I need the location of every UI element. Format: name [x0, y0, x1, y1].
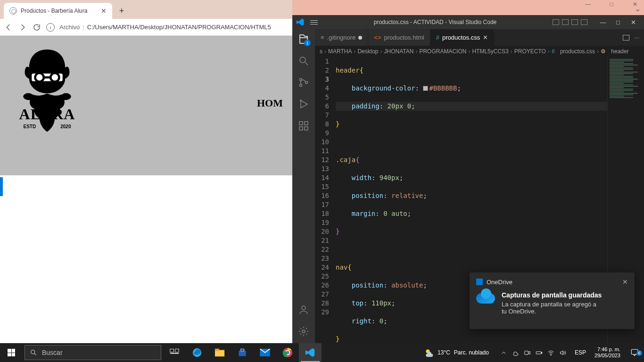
logo-estd: ESTD: [24, 124, 36, 129]
volume-icon[interactable]: [559, 349, 566, 356]
search-icon[interactable]: [297, 55, 310, 67]
account-icon[interactable]: [297, 304, 310, 316]
vscode-maximize-button[interactable]: □: [611, 17, 625, 27]
svg-rect-16: [170, 349, 174, 353]
chrome-tab-active[interactable]: Productos - Barbería Alura ✕: [4, 3, 112, 19]
toast-body-line1: La captura de pantalla se agregó a: [502, 301, 602, 308]
url-scheme-label: Archivo: [59, 24, 80, 31]
svg-point-6: [300, 84, 302, 87]
line-gutter: 12345 678910 1112131415 1617181920 21222…: [315, 57, 336, 343]
chevron-up-icon[interactable]: [500, 349, 507, 356]
vscode-titlebar: productos.css - ACTIVIDAD - Visual Studi…: [292, 15, 644, 29]
svg-rect-20: [215, 350, 224, 357]
system-tray[interactable]: [495, 349, 571, 356]
clock-date: 29/05/2023: [594, 353, 620, 359]
breadcrumb[interactable]: s› MARTHA› Desktop› JHONATAN› PROGRAMACI…: [315, 46, 644, 57]
toast-title: Capturas de pantalla guardadas: [502, 291, 602, 299]
file-explorer-icon[interactable]: [208, 343, 231, 362]
chrome-collapse-chevron-icon[interactable]: ⌄: [633, 4, 642, 13]
svg-point-14: [302, 330, 305, 333]
windows-logo-icon: [8, 349, 15, 356]
minimize-button[interactable]: —: [581, 1, 595, 8]
settings-gear-icon[interactable]: [297, 325, 310, 337]
svg-rect-21: [215, 349, 219, 351]
svg-rect-9: [299, 122, 303, 125]
weather-widget[interactable]: 13°C Parc. nublado: [418, 348, 495, 357]
page-header: ALURA ESTD 2020 HOM: [0, 36, 292, 175]
toast-close-icon[interactable]: ✕: [622, 278, 628, 286]
html-file-icon: <>: [374, 34, 381, 41]
logo-year: 2020: [60, 124, 71, 129]
svg-rect-29: [525, 351, 528, 354]
split-editor-icon[interactable]: [623, 35, 629, 41]
css-file-icon: #: [436, 34, 439, 41]
cloud-icon: [476, 291, 495, 304]
close-tab-icon[interactable]: ✕: [483, 34, 488, 41]
start-button[interactable]: [0, 343, 23, 362]
svg-rect-11: [299, 127, 303, 130]
action-center-icon[interactable]: 6: [625, 348, 644, 357]
taskbar-clock[interactable]: 7:46 p. m. 29/05/2023: [590, 346, 625, 359]
tab-productos-css[interactable]: # productos.css ✕: [430, 29, 494, 46]
maximize-button[interactable]: □: [604, 1, 619, 8]
nav-home-link[interactable]: HOM: [257, 97, 283, 109]
forward-button[interactable]: [18, 23, 27, 32]
page-viewport: ALURA ESTD 2020 HOM: [0, 36, 292, 343]
task-view-icon[interactable]: [163, 343, 186, 362]
language-indicator[interactable]: ESP: [571, 349, 590, 356]
chrome-toolbar: i Archivo | C:/Users/MARTHA/Desktop/JHON…: [0, 19, 292, 36]
chrome-taskbar-icon[interactable]: [276, 343, 299, 362]
edge-icon[interactable]: [186, 343, 208, 362]
battery-icon[interactable]: [536, 349, 543, 356]
barberia-logo: [9, 45, 85, 140]
mail-icon[interactable]: [254, 343, 276, 362]
edge-tab-indicator: [0, 177, 3, 196]
svg-point-13: [302, 306, 305, 310]
svg-rect-10: [305, 122, 308, 125]
onedrive-tray-icon[interactable]: [512, 349, 519, 356]
back-button[interactable]: [4, 23, 13, 32]
onedrive-icon: [476, 279, 483, 285]
more-actions-icon[interactable]: ···: [634, 34, 639, 41]
onedrive-toast[interactable]: OneDrive ✕ Capturas de pantalla guardada…: [470, 272, 635, 329]
store-icon[interactable]: [231, 343, 254, 362]
vscode-title: productos.css - ACTIVIDAD - Visual Studi…: [323, 19, 547, 25]
svg-point-32: [551, 354, 551, 355]
svg-rect-22: [239, 351, 246, 356]
logo-brand-text: ALURA: [9, 106, 85, 123]
svg-point-5: [300, 79, 302, 81]
unsaved-dot-icon: [358, 36, 362, 40]
new-tab-button[interactable]: +: [115, 4, 128, 17]
explorer-badge: 1: [304, 40, 311, 46]
settings-file-icon: ≡: [321, 34, 324, 41]
weather-desc: Parc. nublado: [454, 349, 489, 356]
taskbar-search[interactable]: Buscar: [25, 345, 161, 360]
toast-body-line2: tu OneDrive.: [502, 308, 602, 315]
search-icon: [30, 349, 37, 356]
vscode-minimize-button[interactable]: —: [596, 17, 610, 27]
reload-button[interactable]: [32, 23, 41, 32]
close-tab-icon[interactable]: ✕: [101, 7, 107, 15]
svg-rect-31: [541, 352, 542, 354]
meet-now-icon[interactable]: [524, 349, 531, 356]
address-bar[interactable]: Archivo | C:/Users/MARTHA/Desktop/JHONAT…: [59, 24, 289, 31]
toast-app-name: OneDrive: [487, 279, 512, 286]
globe-icon: [9, 7, 17, 15]
svg-point-15: [31, 350, 35, 354]
debug-icon[interactable]: [297, 98, 310, 110]
source-control-icon[interactable]: [297, 76, 310, 89]
wifi-icon[interactable]: [547, 349, 554, 356]
extensions-icon[interactable]: [297, 120, 310, 132]
site-info-icon[interactable]: i: [46, 23, 55, 32]
hamburger-menu-icon[interactable]: [310, 20, 318, 25]
svg-rect-12: [305, 127, 308, 130]
tab-gitignore[interactable]: ≡ .gitingnore: [315, 29, 368, 46]
vscode-close-button[interactable]: ✕: [626, 17, 640, 27]
tab-productos-html[interactable]: <> productos.html: [368, 29, 430, 46]
editor-layout-buttons[interactable]: [553, 19, 587, 25]
chrome-tabstrip: Productos - Barbería Alura ✕ +: [0, 0, 292, 19]
explorer-icon[interactable]: 1: [297, 33, 310, 45]
vscode-taskbar-icon[interactable]: [299, 343, 322, 362]
search-placeholder: Buscar: [42, 349, 63, 356]
notification-badge: 6: [636, 350, 642, 356]
